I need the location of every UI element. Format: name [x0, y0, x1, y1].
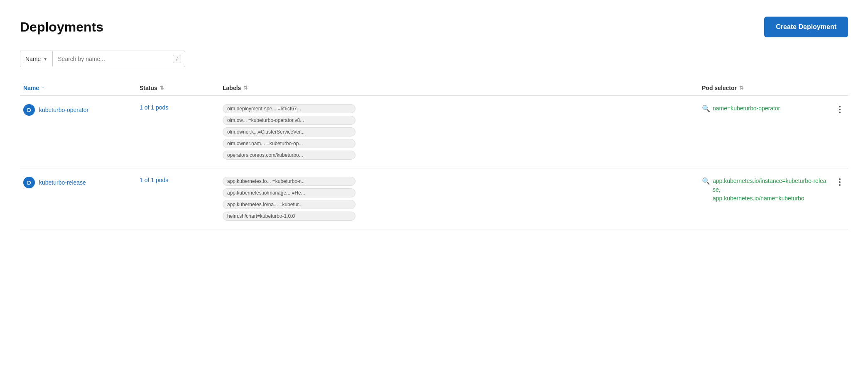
deployment-name-link[interactable]: kubeturbo-operator: [39, 107, 88, 113]
th-pod-selector-label: Pod selector: [702, 85, 737, 91]
pod-selector-cell: 🔍 app.kubernetes.io/instance=kubeturbo-r…: [699, 177, 831, 203]
actions-cell: [831, 104, 848, 114]
pod-selector-search-icon: 🔍: [702, 105, 710, 112]
label-badge[interactable]: app.kubernetes.io... =kubeturbo-r...: [223, 177, 356, 186]
page-title: Deployments: [20, 19, 103, 35]
th-actions: [831, 85, 848, 91]
label-badge[interactable]: helm.sh/chart=kubeturbo-1.0.0: [223, 212, 356, 221]
th-status: Status ⇅: [136, 85, 219, 91]
chevron-down-icon: ▼: [43, 57, 47, 61]
label-badge[interactable]: olm.ow... =kubeturbo-operator.v8...: [223, 116, 356, 125]
deployment-name-cell: D kubeturbo-operator: [20, 104, 136, 116]
deployment-icon: D: [23, 104, 35, 116]
table-container: Name ↑ Status ⇅ Labels ⇅ Pod selector ⇅ …: [20, 80, 848, 229]
page-container: Deployments Create Deployment Name ▼ / N…: [0, 0, 868, 375]
label-badge[interactable]: olm.owner.nam... =kubeturbo-op...: [223, 139, 356, 148]
status-link[interactable]: 1 of 1 pods: [140, 104, 168, 111]
pod-selector-cell: 🔍 name=kubeturbo-operator: [699, 104, 831, 113]
th-labels-label: Labels: [223, 85, 241, 91]
label-badge[interactable]: operators.coreos.com/kubeturbo...: [223, 151, 356, 160]
more-actions-button[interactable]: [837, 105, 842, 114]
dot: [839, 178, 841, 180]
actions-cell: [831, 177, 848, 187]
status-cell: 1 of 1 pods: [136, 177, 219, 183]
create-deployment-button[interactable]: Create Deployment: [764, 17, 848, 37]
more-actions-button[interactable]: [837, 178, 842, 187]
header-row: Deployments Create Deployment: [20, 17, 848, 37]
sort-neutral-icon-labels[interactable]: ⇅: [243, 85, 248, 90]
status-link[interactable]: 1 of 1 pods: [140, 177, 168, 183]
search-input-wrap: /: [52, 51, 185, 67]
deployment-icon: D: [23, 177, 35, 188]
th-labels: Labels ⇅: [219, 85, 699, 91]
slash-shortcut-icon: /: [173, 55, 181, 63]
table-row: D kubeturbo-operator 1 of 1 pods olm.dep…: [20, 96, 848, 168]
pod-selector-text[interactable]: app.kubernetes.io/instance=kubeturbo-rel…: [713, 177, 828, 203]
labels-cell: app.kubernetes.io... =kubeturbo-r... app…: [219, 177, 699, 221]
filter-row: Name ▼ /: [20, 51, 848, 67]
status-cell: 1 of 1 pods: [136, 104, 219, 111]
table-row: D kubeturbo-release 1 of 1 pods app.kube…: [20, 168, 848, 229]
label-badge[interactable]: olm.deployment-spe... =6f6cf67...: [223, 104, 356, 113]
sort-neutral-icon-status[interactable]: ⇅: [160, 85, 164, 90]
filter-dropdown-label: Name: [25, 56, 41, 62]
deployment-name-cell: D kubeturbo-release: [20, 177, 136, 188]
sort-neutral-icon-pod[interactable]: ⇅: [739, 85, 743, 90]
th-status-label: Status: [140, 85, 157, 91]
dot: [839, 106, 841, 107]
pod-selector-text[interactable]: name=kubeturbo-operator: [713, 104, 780, 113]
label-badge[interactable]: app.kubernetes.io/manage... =He...: [223, 188, 356, 197]
th-name: Name ↑: [20, 85, 136, 91]
dot: [839, 112, 841, 113]
search-input[interactable]: [52, 51, 185, 67]
sort-up-icon[interactable]: ↑: [42, 85, 44, 91]
label-badge[interactable]: olm.owner.k...=ClusterServiceVer...: [223, 127, 356, 136]
labels-cell: olm.deployment-spe... =6f6cf67... olm.ow…: [219, 104, 699, 160]
dot: [839, 181, 841, 183]
th-pod-selector: Pod selector ⇅: [699, 85, 831, 91]
dot: [839, 184, 841, 186]
deployment-name-link[interactable]: kubeturbo-release: [39, 179, 86, 186]
label-badge[interactable]: app.kubernetes.io/na... =kubetur...: [223, 200, 356, 209]
dot: [839, 109, 841, 110]
filter-dropdown[interactable]: Name ▼: [20, 51, 52, 67]
table-header: Name ↑ Status ⇅ Labels ⇅ Pod selector ⇅: [20, 80, 848, 96]
pod-selector-search-icon: 🔍: [702, 177, 710, 185]
th-name-label: Name: [23, 85, 39, 91]
